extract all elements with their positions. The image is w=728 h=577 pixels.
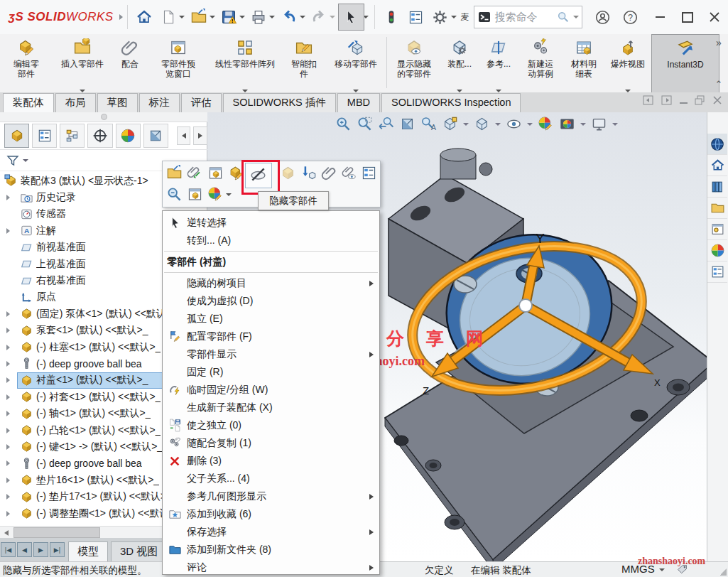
apply-scene-icon[interactable] <box>559 116 575 132</box>
maximize-button[interactable] <box>674 4 701 30</box>
minimize-button[interactable] <box>646 4 673 30</box>
previous-view-icon[interactable] <box>378 116 394 132</box>
select-tool-button[interactable] <box>338 4 364 31</box>
ribbon-bill-of-materials-button[interactable]: 材料明 细表 <box>563 34 604 95</box>
ribbon-edit-component-button[interactable]: 编辑零 部件 <box>0 34 53 95</box>
file-explorer-button[interactable] <box>707 198 727 219</box>
help-button[interactable] <box>618 4 642 30</box>
ribbon-new-motion-study-button[interactable]: 新建运 动算例 <box>518 34 563 95</box>
menu-item-reference-geometry-display[interactable]: 参考几何图形显示 <box>163 487 379 505</box>
appearance-context-icon[interactable] <box>206 185 224 203</box>
account-button[interactable] <box>591 4 615 30</box>
display-manager-tab[interactable] <box>116 124 141 148</box>
view-mates-icon[interactable] <box>320 163 338 182</box>
appearance-context-dropdown[interactable] <box>226 193 232 196</box>
menu-item-configure-component[interactable]: 配置零部件 (F) <box>163 328 379 345</box>
tab-evaluate[interactable]: 评估 <box>181 93 222 112</box>
ribbon-component-preview-button[interactable]: 零部件预 览窗口 <box>148 34 209 95</box>
ribbon-assembly-features-button[interactable]: 装配... <box>440 34 479 95</box>
pane-next-icon[interactable] <box>661 95 673 106</box>
filter-dropdown[interactable] <box>23 159 28 162</box>
nav-next-button[interactable]: ▶ <box>33 542 48 557</box>
menu-item-copy-with-mates[interactable]: 随配合复制 (1) <box>163 434 379 452</box>
show-component-icon[interactable] <box>278 163 297 182</box>
ribbon-reference-geometry-button[interactable]: 参考... <box>479 34 518 95</box>
tab-addins[interactable]: SOLIDWORKS 插件 <box>223 93 336 112</box>
tab-assembly[interactable]: 装配体 <box>3 93 54 112</box>
panel-tab-scroll-right[interactable] <box>193 126 207 145</box>
tab-inspection[interactable]: SOLIDWORKS Inspection <box>381 93 521 112</box>
view-settings-dropdown[interactable] <box>612 123 618 126</box>
open-button[interactable] <box>186 4 210 30</box>
panel-tab-scroll-left[interactable] <box>177 126 191 145</box>
custom-properties-button[interactable] <box>707 261 727 283</box>
menu-item-add-to-new-folder[interactable]: 添加到新文件夹 (8) <box>163 541 379 559</box>
ribbon-collapse-chevron[interactable]: ⌃ <box>715 79 723 90</box>
logo-expand-arrow[interactable] <box>119 14 123 20</box>
redo-button[interactable] <box>307 4 331 30</box>
solidworks-resources-button[interactable] <box>707 134 727 155</box>
menu-item-comment[interactable]: 评论 <box>163 559 379 576</box>
feature-properties-button[interactable] <box>403 4 428 30</box>
menu-item-temporary-fix[interactable]: 临时固定/分组 (W) <box>163 381 379 399</box>
tab-layout[interactable]: 布局 <box>55 93 96 112</box>
view-settings-icon[interactable] <box>591 116 607 132</box>
hide-show-items-icon[interactable] <box>506 116 522 132</box>
component-preview-window-icon[interactable] <box>185 185 204 203</box>
menu-item-delete[interactable]: 删除 (3) <box>163 452 379 470</box>
search-icon[interactable] <box>557 11 570 23</box>
appearances-button[interactable] <box>707 240 727 261</box>
configuration-manager-tab[interactable] <box>60 124 85 148</box>
feature-manager-tab[interactable] <box>4 124 29 148</box>
menu-item-hidden-tree-items[interactable]: 隐藏的树项目 <box>163 274 379 292</box>
component-properties-icon[interactable] <box>359 163 378 182</box>
panel-splitter[interactable] <box>0 112 207 122</box>
save-button[interactable] <box>217 4 241 30</box>
nav-last-button[interactable]: ▶| <box>50 542 65 557</box>
edit-in-context-icon[interactable] <box>206 163 224 182</box>
units-dropdown[interactable] <box>659 568 665 571</box>
options-button[interactable] <box>428 4 452 30</box>
isolate-icon[interactable] <box>299 163 317 182</box>
view-orientation-icon[interactable] <box>442 116 458 132</box>
menu-item-fix[interactable]: 固定 (R) <box>163 363 379 381</box>
ribbon-move-component-button[interactable]: 移动零部件 <box>327 34 385 95</box>
menu-item-make-virtual[interactable]: 使成为虚拟 (D) <box>163 292 379 310</box>
tab-sketch[interactable]: 草图 <box>97 93 138 112</box>
section-view-icon[interactable] <box>399 116 415 132</box>
nav-first-button[interactable]: |◀ <box>1 542 16 557</box>
dynamic-annotation-icon[interactable]: A <box>420 116 437 132</box>
menu-item-parent-child[interactable]: 父子关系... (4) <box>163 470 379 487</box>
3d-views-tab[interactable]: 3D 视图 <box>111 541 167 561</box>
tab-markup[interactable]: 标注 <box>139 93 180 112</box>
new-document-button[interactable] <box>156 4 180 30</box>
edit-appearance-icon[interactable] <box>538 116 554 132</box>
view-mates-eye-icon[interactable] <box>340 163 359 182</box>
view-palette-button[interactable] <box>707 219 727 240</box>
menu-item-save-selection[interactable]: 保存选择 <box>163 523 379 541</box>
print-button[interactable] <box>246 4 271 30</box>
tab-mbd[interactable]: MBD <box>337 93 380 112</box>
hide-show-items-dropdown[interactable] <box>527 123 533 126</box>
home-button[interactable] <box>132 4 156 30</box>
dimxpert-manager-tab[interactable] <box>87 124 112 148</box>
ribbon-smart-fasteners-button[interactable]: 智能扣 件 <box>281 34 327 95</box>
ribbon-linear-pattern-button[interactable]: 线性零部件阵列 <box>209 34 281 95</box>
open-component-icon[interactable] <box>165 163 183 182</box>
menu-item-invert-selection[interactable]: 逆转选择 <box>163 214 379 232</box>
scrollbar-thumb[interactable] <box>13 527 100 538</box>
ribbon-mate-button[interactable]: 配合 <box>112 34 148 95</box>
display-style-dropdown[interactable] <box>495 123 501 126</box>
search-dropdown[interactable] <box>573 16 579 18</box>
ribbon-overflow-chevron[interactable]: » <box>716 37 722 48</box>
document-close-icon[interactable] <box>712 95 722 105</box>
document-restore-icon[interactable] <box>695 95 705 106</box>
zoom-to-fit-icon[interactable] <box>335 116 352 132</box>
ribbon-exploded-view-button[interactable]: 爆炸视图 <box>604 34 651 95</box>
cam-manager-tab[interactable] <box>143 124 168 148</box>
apply-scene-dropdown[interactable] <box>580 123 586 126</box>
ribbon-insert-component-button[interactable]: 插入零部件 <box>53 34 112 95</box>
design-library-button[interactable] <box>707 176 727 198</box>
mate-context-icon[interactable] <box>185 163 204 182</box>
pane-previous-icon[interactable] <box>643 95 654 106</box>
